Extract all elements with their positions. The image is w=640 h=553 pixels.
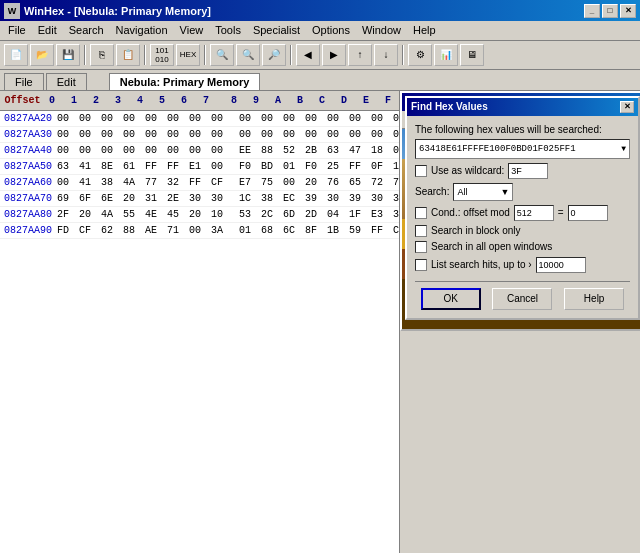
byte-0-0[interactable]: 00 (52, 113, 74, 124)
byte-3-0[interactable]: 63 (52, 161, 74, 172)
byte-5-5[interactable]: 2E (162, 193, 184, 204)
byte-0-13[interactable]: 00 (344, 113, 366, 124)
byte-2-3[interactable]: 00 (118, 145, 140, 156)
byte-6-1[interactable]: 20 (74, 209, 96, 220)
byte-1-10[interactable]: 00 (278, 129, 300, 140)
byte-4-10[interactable]: 00 (278, 177, 300, 188)
table-row[interactable]: 0827AA70696F6E20312E30301C38EC3930393030… (0, 191, 399, 207)
toolbar-new[interactable]: 📄 (4, 44, 28, 66)
byte-7-12[interactable]: 1B (322, 225, 344, 236)
cond-equals-input[interactable]: 0 (568, 205, 608, 221)
byte-0-15[interactable]: 00 (388, 113, 399, 124)
byte-3-11[interactable]: F0 (300, 161, 322, 172)
byte-2-11[interactable]: 2B (300, 145, 322, 156)
byte-3-8[interactable]: F0 (234, 161, 256, 172)
byte-5-14[interactable]: 30 (366, 193, 388, 204)
menu-tools[interactable]: Tools (209, 22, 247, 38)
byte-6-15[interactable]: 3A (388, 209, 399, 220)
byte-3-14[interactable]: 0F (366, 161, 388, 172)
byte-7-3[interactable]: 88 (118, 225, 140, 236)
byte-3-9[interactable]: BD (256, 161, 278, 172)
byte-4-14[interactable]: 72 (366, 177, 388, 188)
byte-6-13[interactable]: 1F (344, 209, 366, 220)
table-row[interactable]: 0827AA90FDCF6288AE71003A01686C8F1B59FFCD (0, 223, 399, 239)
byte-2-2[interactable]: 00 (96, 145, 118, 156)
byte-1-2[interactable]: 00 (96, 129, 118, 140)
byte-5-0[interactable]: 69 (52, 193, 74, 204)
toolbar-nav-down[interactable]: ↓ (374, 44, 398, 66)
byte-5-13[interactable]: 39 (344, 193, 366, 204)
hex-value-input[interactable]: 63418E61FFFFE100F0BD01F025FF1 ▼ (415, 139, 630, 159)
byte-4-15[interactable]: 73 (388, 177, 399, 188)
byte-4-7[interactable]: CF (206, 177, 228, 188)
byte-1-15[interactable]: 00 (388, 129, 399, 140)
toolbar-save[interactable]: 💾 (56, 44, 80, 66)
minimize-button[interactable]: _ (584, 4, 600, 18)
byte-5-10[interactable]: EC (278, 193, 300, 204)
byte-7-4[interactable]: AE (140, 225, 162, 236)
byte-4-6[interactable]: FF (184, 177, 206, 188)
byte-5-1[interactable]: 6F (74, 193, 96, 204)
byte-6-5[interactable]: 45 (162, 209, 184, 220)
search-dropdown[interactable]: All ▼ (453, 183, 513, 201)
hits-value-input[interactable]: 10000 (536, 257, 586, 273)
byte-7-11[interactable]: 8F (300, 225, 322, 236)
byte-1-0[interactable]: 00 (52, 129, 74, 140)
wildcard-value-input[interactable]: 3F (508, 163, 548, 179)
byte-6-14[interactable]: E3 (366, 209, 388, 220)
byte-5-15[interactable]: 30 (388, 193, 399, 204)
menu-search[interactable]: Search (63, 22, 110, 38)
toolbar-nav-forward[interactable]: ▶ (322, 44, 346, 66)
byte-3-1[interactable]: 41 (74, 161, 96, 172)
byte-0-14[interactable]: 00 (366, 113, 388, 124)
byte-6-11[interactable]: 2D (300, 209, 322, 220)
byte-4-8[interactable]: E7 (234, 177, 256, 188)
byte-6-6[interactable]: 20 (184, 209, 206, 220)
toolbar-find[interactable]: 101010 (150, 44, 174, 66)
table-row[interactable]: 0827AA802F204A554E452010532C6D2D041FE33A (0, 207, 399, 223)
byte-0-4[interactable]: 00 (140, 113, 162, 124)
toolbar-search1[interactable]: 🔍 (210, 44, 234, 66)
byte-7-0[interactable]: FD (52, 225, 74, 236)
toolbar-nav-up[interactable]: ↑ (348, 44, 372, 66)
byte-2-1[interactable]: 00 (74, 145, 96, 156)
byte-6-9[interactable]: 2C (256, 209, 278, 220)
byte-1-12[interactable]: 00 (322, 129, 344, 140)
table-row[interactable]: 0827AA2000000000000000000000000000000000 (0, 111, 399, 127)
byte-0-9[interactable]: 00 (256, 113, 278, 124)
byte-6-4[interactable]: 4E (140, 209, 162, 220)
toolbar-search3[interactable]: 🔎 (262, 44, 286, 66)
byte-6-8[interactable]: 53 (234, 209, 256, 220)
byte-7-5[interactable]: 71 (162, 225, 184, 236)
byte-3-3[interactable]: 61 (118, 161, 140, 172)
byte-2-13[interactable]: 47 (344, 145, 366, 156)
block-checkbox[interactable] (415, 225, 427, 237)
byte-2-7[interactable]: 00 (206, 145, 228, 156)
all-windows-checkbox[interactable] (415, 241, 427, 253)
byte-5-8[interactable]: 1C (234, 193, 256, 204)
menu-navigation[interactable]: Navigation (110, 22, 174, 38)
byte-1-4[interactable]: 00 (140, 129, 162, 140)
byte-3-2[interactable]: 8E (96, 161, 118, 172)
byte-7-8[interactable]: 01 (234, 225, 256, 236)
menu-window[interactable]: Window (356, 22, 407, 38)
byte-4-0[interactable]: 00 (52, 177, 74, 188)
byte-1-13[interactable]: 00 (344, 129, 366, 140)
hits-checkbox[interactable] (415, 259, 427, 271)
byte-4-12[interactable]: 76 (322, 177, 344, 188)
byte-1-6[interactable]: 00 (184, 129, 206, 140)
byte-7-14[interactable]: FF (366, 225, 388, 236)
table-row[interactable]: 0827AA600041384A7732FFCFE775002076657273… (0, 175, 399, 191)
byte-4-4[interactable]: 77 (140, 177, 162, 188)
toolbar-copy[interactable]: ⎘ (90, 44, 114, 66)
menu-file[interactable]: File (2, 22, 32, 38)
menu-help[interactable]: Help (407, 22, 442, 38)
cond-value-input[interactable]: 512 (514, 205, 554, 221)
byte-7-10[interactable]: 6C (278, 225, 300, 236)
byte-0-8[interactable]: 00 (234, 113, 256, 124)
byte-2-0[interactable]: 00 (52, 145, 74, 156)
byte-0-11[interactable]: 00 (300, 113, 322, 124)
byte-1-1[interactable]: 00 (74, 129, 96, 140)
byte-3-10[interactable]: 01 (278, 161, 300, 172)
toolbar-extra1[interactable]: ⚙ (408, 44, 432, 66)
